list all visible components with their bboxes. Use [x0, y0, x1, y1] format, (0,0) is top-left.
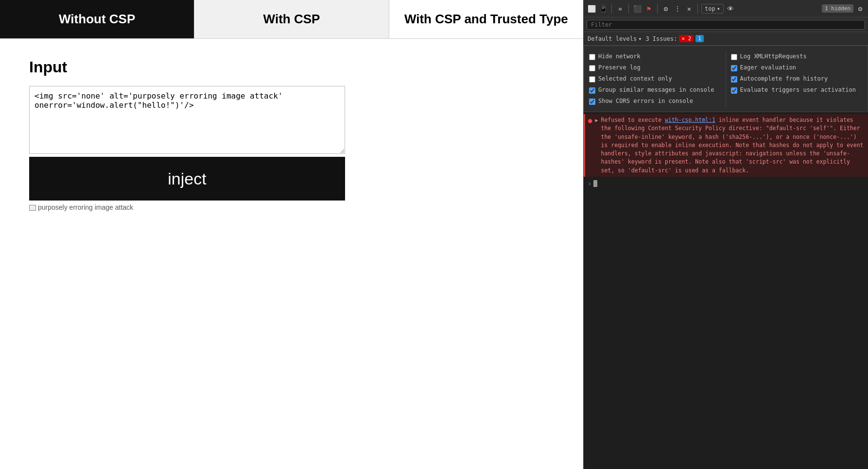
- inject-button-label: inject: [168, 169, 206, 188]
- error-icon-small: ✕: [681, 35, 685, 42]
- selected-context-label: Selected context only: [598, 75, 672, 82]
- group-similar-label: Group similar messages in console: [598, 86, 714, 93]
- more-options-icon[interactable]: ⋮: [673, 4, 682, 14]
- error-flag-icon[interactable]: ⚑: [644, 4, 654, 14]
- log-xhr-checkbox[interactable]: [731, 54, 737, 60]
- hide-network-label: Hide network: [598, 53, 641, 60]
- eager-eval-label: Eager evaluation: [740, 64, 797, 71]
- console-prompt-row: ›: [584, 177, 868, 190]
- setting-hide-network: Hide network: [589, 51, 721, 62]
- error-prefix: Refused to execute: [601, 117, 665, 123]
- filter-input[interactable]: [587, 20, 865, 30]
- code-input[interactable]: [29, 86, 345, 154]
- error-body: inline event handler because it violates…: [601, 117, 863, 174]
- toolbar-separator-4: [697, 4, 698, 14]
- levels-label: Default levels: [588, 35, 637, 42]
- tab-without-csp-label: Without CSP: [59, 12, 135, 27]
- settings-gear-icon[interactable]: ⚙: [661, 4, 671, 14]
- input-section-label: Input: [29, 58, 554, 76]
- setting-autocomplete: Autocomplete from history: [731, 73, 863, 84]
- broken-image-caption: purposely erroring image attack: [29, 203, 554, 211]
- toolbar-separator-1: [611, 4, 612, 14]
- tab-with-csp-tt-label: With CSP and Trusted Type: [404, 12, 568, 27]
- evaluate-triggers-label: Evaluate triggers user activation: [740, 86, 856, 93]
- issues-badge: 3 Issues: ✕ 2 1: [645, 35, 704, 42]
- error-expand-icon[interactable]: ▶: [595, 117, 598, 123]
- issues-errors-number: 2: [688, 35, 692, 42]
- default-levels-dropdown[interactable]: Default levels ▾: [588, 35, 642, 42]
- group-similar-checkbox[interactable]: [589, 87, 595, 94]
- toolbar-separator-2: [628, 4, 629, 14]
- console-settings-icon[interactable]: ⚙: [855, 4, 865, 14]
- issues-info-number: 1: [698, 35, 701, 42]
- setting-log-xhr: Log XMLHttpRequests: [731, 51, 863, 62]
- prompt-cursor[interactable]: [593, 180, 597, 187]
- issues-label: 3 Issues:: [645, 35, 677, 42]
- setting-preserve-log: Preserve log: [589, 62, 721, 73]
- tab-with-csp-tt[interactable]: With CSP and Trusted Type: [389, 0, 583, 38]
- preserve-log-label: Preserve log: [598, 64, 641, 71]
- error-circle-icon: ●: [588, 117, 592, 124]
- page-body: Input inject purposely erroring image at…: [0, 39, 583, 469]
- error-message-text: Refused to execute with-csp.html:1 inlin…: [601, 116, 865, 175]
- issues-error-count: ✕ 2: [679, 35, 694, 42]
- setting-evaluate-triggers: Evaluate triggers user activation: [731, 84, 863, 96]
- issues-info-count: 1: [695, 35, 704, 42]
- tab-with-csp-label: With CSP: [263, 12, 320, 27]
- eye-icon[interactable]: 👁: [726, 4, 735, 14]
- preserve-log-checkbox[interactable]: [589, 65, 595, 71]
- levels-bar: Default levels ▾ 3 Issues: ✕ 2 1: [584, 32, 868, 46]
- setting-selected-context: Selected context only: [589, 73, 721, 84]
- tab-with-csp[interactable]: With CSP: [194, 0, 389, 38]
- console-error-row: ● ▶ Refused to execute with-csp.html:1 i…: [584, 114, 868, 177]
- settings-col-left: Hide network Preserve log Selected conte…: [584, 51, 726, 107]
- inject-button[interactable]: inject: [29, 157, 345, 201]
- hide-network-checkbox[interactable]: [589, 54, 595, 60]
- devtools-toolbar: ⬜ 📱 » ⬛ ⚑ ⚙ ⋮ ✕ top ▾ 👁 1 hidden ⚙: [584, 0, 868, 17]
- context-dropdown-arrow: ▾: [717, 5, 720, 12]
- levels-dropdown-arrow: ▾: [638, 35, 642, 42]
- toolbar-separator-3: [657, 4, 658, 14]
- prompt-arrow-icon: ›: [588, 180, 591, 187]
- eager-eval-checkbox[interactable]: [731, 65, 737, 71]
- setting-show-cors: Show CORS errors in console: [589, 96, 721, 107]
- setting-group-similar: Group similar messages in console: [589, 84, 721, 96]
- context-selector[interactable]: top ▾: [701, 4, 724, 14]
- setting-eager-eval: Eager evaluation: [731, 62, 863, 73]
- selected-context-checkbox[interactable]: [589, 76, 595, 83]
- close-devtools-icon[interactable]: ✕: [684, 4, 694, 14]
- autocomplete-checkbox[interactable]: [731, 76, 737, 83]
- hidden-badge: 1 hidden: [822, 4, 853, 13]
- error-stop-icon[interactable]: ⬛: [632, 4, 642, 14]
- main-content: Without CSP With CSP With CSP and Truste…: [0, 0, 583, 469]
- show-cors-checkbox[interactable]: [589, 99, 595, 105]
- console-settings-panel: Hide network Preserve log Selected conte…: [584, 46, 868, 112]
- show-cors-label: Show CORS errors in console: [598, 98, 693, 104]
- autocomplete-label: Autocomplete from history: [740, 75, 828, 82]
- tab-without-csp[interactable]: Without CSP: [0, 0, 194, 38]
- broken-image-icon: [29, 205, 36, 211]
- log-xhr-label: Log XMLHttpRequests: [740, 53, 807, 60]
- filter-bar: [584, 17, 868, 32]
- device-toolbar-icon[interactable]: 📱: [598, 4, 608, 14]
- more-tools-icon[interactable]: »: [615, 4, 625, 14]
- devtools-panel: ⬜ 📱 » ⬛ ⚑ ⚙ ⋮ ✕ top ▾ 👁 1 hidden ⚙ Defau…: [583, 0, 868, 469]
- tab-bar: Without CSP With CSP With CSP and Truste…: [0, 0, 583, 39]
- evaluate-triggers-checkbox[interactable]: [731, 87, 737, 94]
- context-label: top: [705, 5, 715, 12]
- console-messages: ● ▶ Refused to execute with-csp.html:1 i…: [584, 112, 868, 469]
- settings-col-right: Log XMLHttpRequests Eager evaluation Aut…: [726, 51, 868, 107]
- broken-image-alt-text: purposely erroring image attack: [38, 203, 133, 211]
- inspect-element-icon[interactable]: ⬜: [587, 4, 596, 14]
- error-source-link[interactable]: with-csp.html:1: [665, 117, 715, 123]
